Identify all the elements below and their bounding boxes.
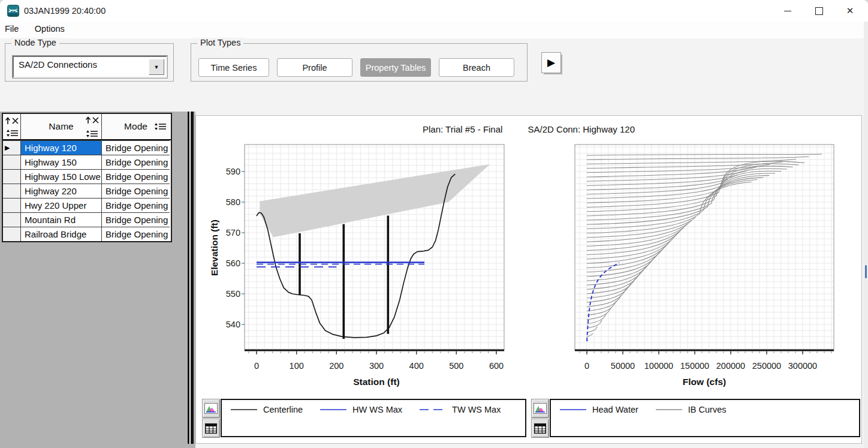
svg-text:590: 590 xyxy=(226,167,240,176)
table-row[interactable]: Mountain RdBridge Opening xyxy=(3,212,171,227)
cell-mode[interactable]: Bridge Opening xyxy=(102,155,170,169)
legend-label: Head Water xyxy=(592,405,638,414)
table-row[interactable]: Highway 150 LoweBridge Opening xyxy=(3,169,171,184)
svg-text:50000: 50000 xyxy=(611,361,635,371)
header-name[interactable]: Name xyxy=(21,114,102,139)
show-table-button[interactable] xyxy=(531,419,549,438)
svg-text:250000: 250000 xyxy=(752,361,781,371)
legend-line-sample xyxy=(320,406,347,413)
table-row[interactable]: Railroad BridgeBridge Opening xyxy=(3,227,171,241)
row-selector-cell[interactable] xyxy=(3,212,21,227)
node-type-group: Node Type SA/2D Connections ▼ xyxy=(5,43,174,82)
cell-mode[interactable]: Bridge Opening xyxy=(102,198,170,212)
window-title: 03JAN1999 20:40:00 xyxy=(24,0,106,22)
plot-types-label: Plot Types xyxy=(197,38,243,47)
time-series-button[interactable]: Time Series xyxy=(198,58,269,77)
play-icon: ▶ xyxy=(547,56,555,69)
cell-name[interactable]: Highway 150 Lowe xyxy=(21,169,102,184)
svg-text:200: 200 xyxy=(329,361,343,371)
cell-name[interactable]: Railroad Bridge xyxy=(21,227,102,241)
svg-text:500: 500 xyxy=(449,361,463,371)
cell-mode[interactable]: Bridge Opening xyxy=(102,140,170,155)
header-mode[interactable]: Mode xyxy=(102,114,170,139)
legend-line-sample xyxy=(230,406,258,413)
dropdown-button[interactable]: ▼ xyxy=(149,59,164,75)
table-row[interactable]: Hwy 220 UpperBridge Opening xyxy=(3,198,171,212)
plot-types-group: Plot Types Time Series Profile Property … xyxy=(191,43,528,82)
table-row[interactable]: Highway 150Bridge Opening xyxy=(3,155,171,169)
node-type-dropdown[interactable]: SA/2D Connections ▼ xyxy=(13,56,167,78)
panel-splitter[interactable] xyxy=(188,112,194,444)
menu-bar: File Options xyxy=(0,22,868,38)
window-scrollbar[interactable] xyxy=(864,22,868,448)
rating-curves-plot: 050000100000150000200000250000300000Flow… xyxy=(564,142,861,390)
cell-mode[interactable]: Bridge Opening xyxy=(102,227,170,241)
minimize-icon xyxy=(784,11,791,11)
row-selector-cell[interactable] xyxy=(3,227,21,241)
svg-text:300000: 300000 xyxy=(788,361,817,371)
row-selector-cell[interactable] xyxy=(3,184,21,198)
minimize-button[interactable] xyxy=(772,0,803,22)
svg-text:Station (ft): Station (ft) xyxy=(353,377,399,387)
ib-curves xyxy=(587,154,822,341)
cross-section-plot: 0100200300400500600540550560570580590Sta… xyxy=(204,142,522,390)
mini-chart-icon xyxy=(204,403,218,414)
maximize-button[interactable] xyxy=(803,0,834,22)
property-tables-button[interactable]: Property Tables xyxy=(360,58,431,77)
svg-text:100: 100 xyxy=(290,361,304,371)
cell-name[interactable]: Hwy 220 Upper xyxy=(21,198,102,212)
filter-adjust-icon[interactable] xyxy=(154,122,167,131)
plot-title-conn: SA/2D Conn: Highway 120 xyxy=(528,124,635,134)
legend-item: IB Curves xyxy=(655,405,727,414)
menu-file[interactable]: File xyxy=(0,22,25,34)
cell-name[interactable]: Highway 220 xyxy=(21,184,102,198)
show-plot-button[interactable] xyxy=(531,399,549,418)
menu-options[interactable]: Options xyxy=(28,22,71,34)
legend-line-sample xyxy=(419,406,447,413)
breach-button[interactable]: Breach xyxy=(439,58,514,77)
header-corner-cell[interactable] xyxy=(3,114,21,139)
node-type-label: Node Type xyxy=(11,38,59,47)
table-header: Name Mode xyxy=(3,114,171,140)
scrollbar-thumb[interactable] xyxy=(865,265,867,278)
cell-name[interactable]: Highway 120 xyxy=(21,140,102,155)
svg-text:540: 540 xyxy=(226,320,240,329)
legend-label: HW WS Max xyxy=(352,405,402,414)
show-table-button[interactable] xyxy=(202,419,220,438)
cell-name[interactable]: Highway 150 xyxy=(21,155,102,169)
show-plot-button[interactable] xyxy=(202,399,220,418)
svg-text:600: 600 xyxy=(489,361,504,371)
animate-button[interactable]: ▶ xyxy=(541,52,561,73)
cell-mode[interactable]: Bridge Opening xyxy=(102,212,170,227)
cell-name[interactable]: Mountain Rd xyxy=(21,212,102,227)
plot-title: Plan: Trial #5 - Final SA/2D Conn: Highw… xyxy=(196,124,861,134)
profile-button[interactable]: Profile xyxy=(277,58,352,77)
legend-label: IB Curves xyxy=(688,405,727,414)
sort-clear-icon[interactable] xyxy=(85,116,100,125)
cell-mode[interactable]: Bridge Opening xyxy=(102,184,170,198)
row-selector-cell[interactable] xyxy=(3,155,21,169)
legend-item: HW WS Max xyxy=(320,405,402,414)
table-row[interactable]: Highway 220Bridge Opening xyxy=(3,184,171,198)
svg-text:0: 0 xyxy=(254,361,259,371)
legend-line-sample xyxy=(655,406,683,413)
filter-adjust-icon[interactable] xyxy=(86,130,99,138)
row-selector-cell[interactable] xyxy=(3,169,21,184)
ras-logo-icon xyxy=(7,5,19,17)
sort-clear-icon[interactable] xyxy=(4,116,20,125)
svg-text:150000: 150000 xyxy=(680,361,709,371)
header-name-label: Name xyxy=(49,121,73,132)
filter-adjust-icon[interactable] xyxy=(6,129,19,137)
svg-text:400: 400 xyxy=(409,361,424,371)
svg-text:200000: 200000 xyxy=(716,361,745,371)
mini-table-icon xyxy=(205,423,217,434)
close-button[interactable]: ✕ xyxy=(834,0,866,22)
legend-item: Centerline xyxy=(230,405,303,414)
cell-mode[interactable]: Bridge Opening xyxy=(102,169,170,184)
row-selector-cell[interactable] xyxy=(3,198,21,212)
rating-curves-legend: Head WaterIB Curves xyxy=(550,399,860,437)
table-row[interactable]: ▶Highway 120Bridge Opening xyxy=(3,140,171,155)
legend-item: TW WS Max xyxy=(419,405,501,414)
row-selector-cell[interactable]: ▶ xyxy=(3,140,21,155)
chevron-down-icon: ▼ xyxy=(154,64,159,70)
